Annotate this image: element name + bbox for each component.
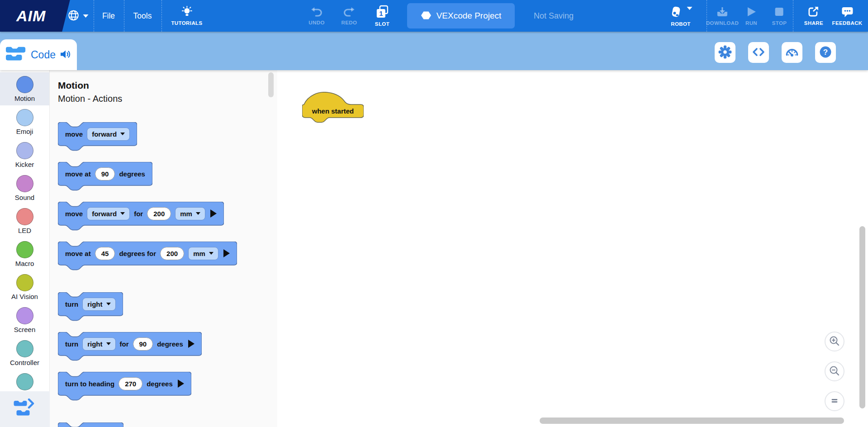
block-text: move xyxy=(65,210,83,218)
category-label: Controller xyxy=(10,359,39,366)
zoom-reset-button[interactable] xyxy=(825,391,844,411)
tutorials-button[interactable]: TUTORIALS xyxy=(171,0,202,32)
when-started-block[interactable]: when started xyxy=(302,92,364,123)
dropdown-value: right xyxy=(87,340,102,348)
language-selector[interactable] xyxy=(67,0,89,32)
palette-block-move-at-degrees[interactable]: move at90degrees xyxy=(58,162,152,185)
category-color-dot xyxy=(16,109,33,126)
block-dropdown[interactable]: forward xyxy=(87,128,130,141)
block-dropdown[interactable]: forward xyxy=(87,207,130,220)
svg-text:?: ? xyxy=(823,48,828,57)
stop-icon xyxy=(773,6,785,19)
block-expand-arrow[interactable] xyxy=(188,340,194,348)
category-color-dot xyxy=(16,340,33,357)
share-icon xyxy=(808,6,820,19)
aim-logo[interactable]: AIM xyxy=(0,0,70,32)
code-view-button[interactable] xyxy=(748,42,769,63)
settings-button[interactable] xyxy=(715,42,735,63)
sidebar-item-controller[interactable]: Controller xyxy=(0,337,49,370)
block-number-input[interactable]: 200 xyxy=(147,207,171,220)
category-label: Motion xyxy=(14,95,35,102)
category-color-dot xyxy=(16,142,33,159)
block-text: for xyxy=(120,340,129,348)
chevron-down-icon xyxy=(106,303,111,305)
block-number-input[interactable]: 90 xyxy=(133,337,153,351)
sidebar-item-motion[interactable]: Motion xyxy=(0,72,49,105)
category-items: MotionEmojiKickerSoundLEDMacroAI VisionS… xyxy=(0,72,49,403)
palette-block-list: moveforwardmove at90degreesmoveforwardfo… xyxy=(58,122,277,427)
block-number-input[interactable]: 200 xyxy=(160,247,184,260)
project-name-button[interactable]: VEXcode Project xyxy=(407,3,515,28)
block-expand-arrow[interactable] xyxy=(223,249,230,257)
block-expand-arrow[interactable] xyxy=(178,380,184,388)
block-number-input[interactable]: 90 xyxy=(95,167,115,180)
download-button[interactable]: DOWNLOAD xyxy=(706,0,739,32)
block-expand-arrow[interactable] xyxy=(210,209,217,218)
palette-block-move-at-for[interactable]: move at45degrees for200mm xyxy=(58,242,237,265)
sidebar-item-screen[interactable]: Screen xyxy=(0,304,49,337)
chevron-down-icon xyxy=(120,212,125,215)
aim-logo-text: AIM xyxy=(10,7,46,25)
zoom-out-button[interactable] xyxy=(825,361,844,381)
run-button[interactable]: RUN xyxy=(745,0,757,32)
palette-block-turn[interactable]: turnright xyxy=(58,292,123,316)
redo-button[interactable]: REDO xyxy=(342,0,357,32)
gear-icon xyxy=(717,44,733,62)
category-color-dot xyxy=(16,274,33,291)
share-button[interactable]: SHARE xyxy=(804,0,823,32)
sidebar-item-emoji[interactable]: Emoji xyxy=(0,105,49,138)
palette-block-turn-for[interactable]: turnrightfor90degrees xyxy=(58,332,202,356)
block-text: for xyxy=(134,210,143,218)
sidebar-item-led[interactable]: LED xyxy=(0,204,49,237)
undo-button[interactable]: UNDO xyxy=(308,0,324,32)
block-number-input[interactable]: 270 xyxy=(119,377,142,390)
horizontal-scrollbar[interactable] xyxy=(540,418,844,424)
category-color-dot xyxy=(16,76,33,93)
block-number-input[interactable]: 45 xyxy=(95,247,115,260)
category-label: LED xyxy=(18,227,31,234)
block-dropdown[interactable]: right xyxy=(82,337,115,351)
help-button[interactable]: ? xyxy=(815,42,836,63)
palette-block-turn-to-heading[interactable]: turn to heading270degrees xyxy=(58,372,191,395)
block-dropdown[interactable]: right xyxy=(82,298,115,311)
slot-button[interactable]: 1 SLOT xyxy=(375,0,389,32)
palette-title: Motion xyxy=(58,80,277,91)
workspace-canvas[interactable]: when started xyxy=(277,70,868,427)
menu-file[interactable]: File xyxy=(102,0,115,32)
robot-selector[interactable]: ROBOT xyxy=(669,0,693,32)
palette-block-partial-block[interactable] xyxy=(58,422,123,427)
blocks-icon xyxy=(6,46,27,64)
undo-icon xyxy=(310,6,323,19)
gauge-icon xyxy=(785,46,799,60)
block-text: degrees xyxy=(157,340,183,348)
equals-icon xyxy=(829,395,840,408)
category-color-dot xyxy=(16,208,33,225)
block-text: turn to heading xyxy=(65,380,114,388)
sidebar-item-macro[interactable]: Macro xyxy=(0,237,49,270)
sidebar-item-ai-vision[interactable]: AI Vision xyxy=(0,270,49,304)
dashboard-button[interactable] xyxy=(782,42,802,63)
toolbar-divider xyxy=(161,0,162,32)
tab-code[interactable]: Code xyxy=(0,39,77,70)
feedback-button[interactable]: FEEDBACK xyxy=(832,0,862,32)
sidebar-item-kicker[interactable]: Kicker xyxy=(0,138,49,171)
chevron-down-icon xyxy=(106,342,111,345)
block-dropdown[interactable]: mm xyxy=(175,207,205,220)
zoom-in-button[interactable] xyxy=(825,332,844,351)
hat-block-label: when started xyxy=(302,104,364,118)
category-color-dot xyxy=(16,175,33,192)
sidebar-item-sound[interactable]: Sound xyxy=(0,171,49,204)
chevron-down-icon xyxy=(83,14,89,18)
magnifier-plus-icon xyxy=(829,335,840,348)
download-icon xyxy=(716,6,729,19)
palette-block-move-for[interactable]: moveforwardfor200mm xyxy=(58,202,224,225)
block-dropdown[interactable]: mm xyxy=(188,247,218,260)
block-text: move xyxy=(65,130,83,138)
vertical-scrollbar[interactable] xyxy=(859,226,865,408)
palette-scrollbar[interactable] xyxy=(268,72,274,97)
stop-button[interactable]: STOP xyxy=(772,0,787,32)
category-color-dot xyxy=(16,307,33,324)
palette-block-move[interactable]: moveforward xyxy=(58,122,137,146)
menu-tools[interactable]: Tools xyxy=(133,0,152,32)
palette-collapse-button[interactable] xyxy=(0,391,50,427)
